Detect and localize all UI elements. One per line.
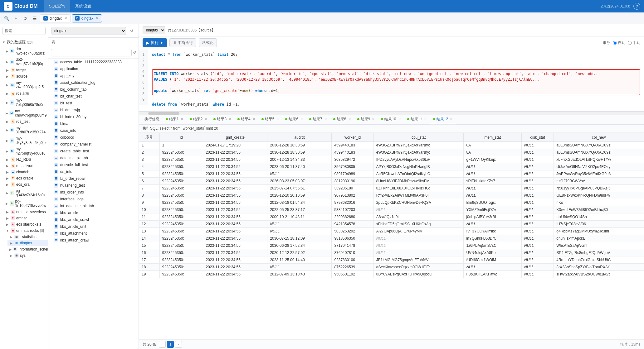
sidebar-item-sys[interactable]: ▶ ⊞ sys xyxy=(7,252,48,259)
table-item-access[interactable]: access_table_111112222222333333... xyxy=(48,59,139,65)
table-item-kbs-attach-crawl[interactable]: kbs_attach_crawl xyxy=(48,237,139,244)
tables-refresh-button[interactable]: ↺ xyxy=(128,27,135,35)
sidebar-item-information-schema[interactable]: ▶ ⊞ information_schema xyxy=(7,246,48,252)
sidebar-item-pg-q343[interactable]: ▶ P pg-q343w7r24r16s0z xyxy=(4,188,48,198)
tab-result-10[interactable]: 结果10 ✕ xyxy=(378,115,404,124)
sidebar-item-my-z4zc[interactable]: ▶ M my-z4zc2030jzzp2t5 xyxy=(4,79,48,90)
result-tab-close[interactable]: ✕ xyxy=(252,117,255,121)
tx-auto-radio[interactable]: 自动 xyxy=(613,40,625,45)
sidebar-item-pg-1n16[interactable]: ▶ P pg-1n16o27f6wvvu0w xyxy=(4,198,48,209)
table-item-ins-order[interactable]: ins_order_info xyxy=(48,189,139,196)
sidebar-item-emr-starrocks[interactable]: ▼ ★ emr starrocks [8] xyxy=(4,227,48,234)
table-item-fa-order[interactable]: fa_order_repair xyxy=(48,175,139,182)
result-tab-close[interactable]: ✕ xyxy=(300,117,303,121)
table-item-company[interactable]: company_namelist xyxy=(48,141,139,148)
result-tab-close[interactable]: ✕ xyxy=(204,117,207,121)
table-item-case-info[interactable]: case_info xyxy=(48,127,139,134)
sidebar-item-dm-hwblec[interactable]: ▶ M dm-hwblec7n68t28cz xyxy=(4,46,48,56)
schema-select[interactable]: dingtax xyxy=(51,27,126,35)
sidebar-item-ecs-ora[interactable]: ▶ E ecs_ora xyxy=(4,181,48,188)
sidebar-item-hz-rds[interactable]: ▶ R HZ_RDS xyxy=(4,156,48,163)
tab-result-3[interactable]: 结果3 ✕ xyxy=(210,115,234,124)
tab-result-8[interactable]: 结果8 ✕ xyxy=(330,115,354,124)
tab-result-11[interactable]: 结果11 ✕ xyxy=(404,115,430,124)
table-item-ds-info[interactable]: ds_info xyxy=(48,168,139,175)
sidebar-item-my-31dh[interactable]: ▶ M my-31dh07uc350t274 xyxy=(4,125,48,135)
table-item-bi-dm-swjg[interactable]: bi_dm_swjg xyxy=(48,107,139,113)
table-item-blma[interactable]: blma xyxy=(48,120,139,127)
tab-result-7[interactable]: 结果7 ✕ xyxy=(306,115,330,124)
sidebar-item-dingtax[interactable]: ▶ ⊞ dingtax xyxy=(7,240,48,246)
result-tab-close[interactable]: ✕ xyxy=(228,117,231,121)
nav-system-settings[interactable]: 系统设置 xyxy=(70,0,96,12)
sidebar-item-emr-sr[interactable]: ▶ E emr_sr_severless xyxy=(4,209,48,215)
table-item-app-key[interactable]: app_key xyxy=(48,72,139,79)
sidebar-item-ecs-starrocks[interactable]: ▶ ★ ecs starrocks 1 xyxy=(4,221,48,227)
editor-scrollbar-thumb[interactable] xyxy=(148,112,179,115)
results-table-wrap[interactable]: 序号 id gmt_create aucrdt worker_id cpu_st… xyxy=(139,133,644,339)
tab-result-4[interactable]: 结果4 ✕ xyxy=(234,115,258,124)
table-item-kbs-attachment[interactable]: kbs_attachment xyxy=(48,230,139,237)
menu-button[interactable]: ☰ xyxy=(31,14,39,22)
connection-select[interactable]: dingtax xyxy=(143,26,165,34)
sidebar-item-my-4275[interactable]: ▶ M my-4275uqf3y4q60s6 xyxy=(4,146,48,156)
result-tab-close[interactable]: ✕ xyxy=(372,117,375,121)
table-item-create-table[interactable]: create_table_test xyxy=(48,148,139,155)
table-item-bit-test[interactable]: bit_test xyxy=(48,100,139,107)
sidebar-item-db2[interactable]: ▶ M db2-nvkq57z1bfr2j0q xyxy=(4,56,48,67)
sidebar-item-statistics[interactable]: ▶ ⊞ _statistics_ xyxy=(7,234,48,240)
run-button[interactable]: ▶ 执行 ▼ xyxy=(143,38,167,47)
editor-scrollbar[interactable] xyxy=(139,112,644,115)
tree-root[interactable]: ▼ 我的数据源 [23] xyxy=(0,39,48,46)
result-tab-close[interactable]: ✕ xyxy=(398,117,401,121)
format-button[interactable]: 格式化 xyxy=(199,38,217,47)
table-item-kbs-article[interactable]: kbs_article xyxy=(48,209,139,216)
result-tab-close[interactable]: ✕ xyxy=(450,117,453,121)
table-item-kbs-article-crawl[interactable]: kbs_article_crawl xyxy=(48,216,139,223)
tab-result-5[interactable]: 结果5 ✕ xyxy=(258,115,282,124)
tab-result-1[interactable]: 结果1 ✕ xyxy=(163,115,187,124)
code-editor[interactable]: 123456789 select * from `worker_stats` l… xyxy=(139,49,644,112)
table-item-application[interactable]: application xyxy=(48,65,139,72)
tx-manual-radio[interactable]: 手动 xyxy=(628,40,640,45)
sidebar-item-target[interactable]: ▶ R target xyxy=(4,67,48,73)
stop-button[interactable]: ⏸ 中断执行 xyxy=(169,38,196,47)
next-page-button[interactable]: › xyxy=(175,341,182,348)
sidebar-item-my-dky3[interactable]: ▶ M my-dky3y3s3m6kg0jo xyxy=(4,135,48,146)
tab-result-9[interactable]: 结果9 ✕ xyxy=(354,115,378,124)
table-item-datetime-pk[interactable]: datetime_pk_tab xyxy=(48,155,139,161)
result-tab-close[interactable]: ✕ xyxy=(424,117,427,121)
tab-result-12[interactable]: 结果12 ✕ xyxy=(430,115,456,124)
table-item-int-datetime[interactable]: int_datetime_pk_tab xyxy=(48,203,139,209)
tables-search-refresh[interactable]: ↺ xyxy=(133,50,136,55)
sidebar-item-ecs-oracle[interactable]: ▶ E ecs oracle xyxy=(4,175,48,181)
sidebar-search-input[interactable] xyxy=(2,27,46,35)
sidebar-item-rds-shanghai[interactable]: ▶ R rds上海 xyxy=(4,90,48,97)
tab-exec-info[interactable]: 执行信息 xyxy=(141,115,163,124)
result-tab-close[interactable]: ✕ xyxy=(276,117,279,121)
sidebar-item-my-7elq[interactable]: ▶ M my-7elq005i8b78d0m xyxy=(4,97,48,108)
table-item-cdbcdcd[interactable]: cdbcdcd xyxy=(48,134,139,141)
sidebar-item-rds-aliyun[interactable]: ▶ R rds_aliyun xyxy=(4,163,48,169)
prev-page-button[interactable]: ‹ xyxy=(159,341,166,348)
refresh-button[interactable]: ↺ xyxy=(21,14,29,22)
table-item-huasheng[interactable]: huasheng_test xyxy=(48,182,139,189)
result-tab-close[interactable]: ✕ xyxy=(181,117,183,121)
table-item-interface-logs[interactable]: interface_logs xyxy=(48,196,139,203)
add-tab-button[interactable]: ＋ xyxy=(12,14,20,22)
tab-dingtax-1[interactable]: D dingtax ✕ xyxy=(40,14,71,22)
sidebar-item-rds-test[interactable]: ▶ R rds_test xyxy=(4,118,48,125)
tab-result-2[interactable]: 结果2 ✕ xyxy=(187,115,211,124)
result-tab-close[interactable]: ✕ xyxy=(324,117,327,121)
current-page[interactable]: 1 xyxy=(167,341,174,348)
tab-close-2[interactable]: ✕ xyxy=(96,16,99,20)
tab-result-6[interactable]: 结果6 ✕ xyxy=(282,115,306,124)
sidebar-item-emr-sr2[interactable]: ▶ E emr sr xyxy=(4,215,48,221)
sidebar-item-cloudob[interactable]: ▶ ☁ cloudob xyxy=(4,169,48,175)
result-tab-close[interactable]: ✕ xyxy=(348,117,351,121)
table-item-bit-char[interactable]: bit_char_test xyxy=(48,93,139,100)
search-button[interactable]: 🔍 xyxy=(2,14,11,22)
sidebar-item-my-ch9wx[interactable]: ▶ M my-ch9wxr6g99p08m9 xyxy=(4,108,48,118)
tables-search-input[interactable] xyxy=(51,49,132,56)
table-item-asset-calibration[interactable]: asset_calibration_log xyxy=(48,79,139,86)
